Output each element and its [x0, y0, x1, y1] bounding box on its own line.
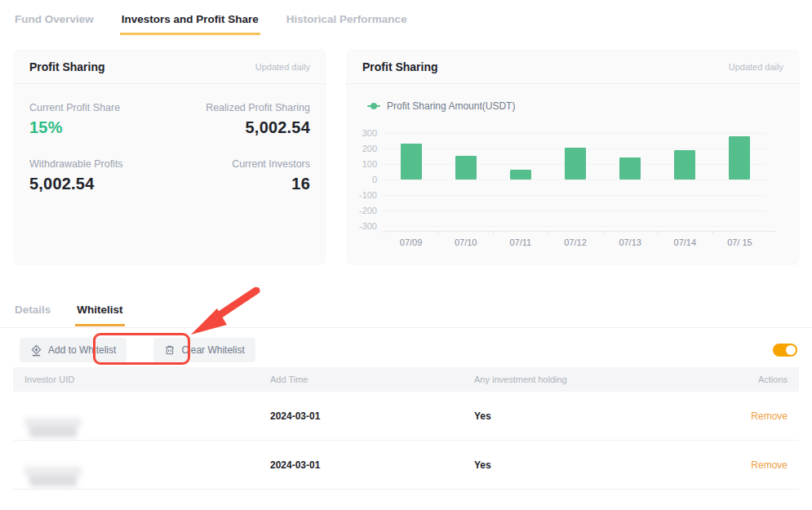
chart-plot-area: 3002001000-100-200-30007/0907/1007/1107/…: [353, 133, 777, 255]
summary-stats: Current Profit Share 15% Realized Profit…: [13, 84, 326, 211]
clear-whitelist-label: Clear Whitelist: [181, 344, 244, 356]
x-axis-tick-label: 07/12: [551, 237, 600, 247]
profit-sharing-bar-chart: Profit Sharing Amount(USDT) 3002001000-1…: [346, 88, 800, 265]
y-axis-tick-label: -100: [353, 190, 377, 200]
section-tabs: Details Whitelist: [13, 300, 125, 326]
y-axis-tick-label: -200: [353, 206, 377, 215]
bar-0713[interactable]: [619, 157, 641, 180]
x-axis-tick-label: 07/13: [606, 237, 654, 247]
x-axis-tick-label: 07/11: [496, 237, 545, 247]
stat-current-investors: Current Investors 16: [174, 158, 310, 193]
summary-card-title: Profit Sharing: [29, 60, 105, 73]
tab-details[interactable]: Details: [13, 300, 52, 326]
y-axis-tick-label: 200: [353, 144, 377, 153]
x-axis-tick-mark: [493, 231, 494, 234]
clear-whitelist-button[interactable]: Clear Whitelist: [153, 338, 255, 362]
bar-0710[interactable]: [455, 156, 477, 180]
stat-label: Realized Profit Sharing: [174, 102, 310, 113]
page-tabs: Fund Overview Investors and Profit Share…: [13, 7, 409, 35]
x-axis-tick-label: 07/ 15: [715, 237, 764, 247]
x-axis-tick-mark: [384, 231, 384, 234]
add-to-whitelist-icon: [30, 344, 42, 357]
x-axis-tick-mark: [438, 231, 439, 234]
summary-card-updated-badge: Updated daily: [255, 62, 310, 72]
x-axis-tick-label: 07/14: [660, 237, 709, 247]
table-row: 2024-03-01 Yes Remove: [13, 441, 799, 490]
whitelist-toolbar: Add to Whitelist Clear Whitelist: [20, 337, 797, 363]
tab-fund-overview[interactable]: Fund Overview: [13, 7, 95, 35]
whitelist-table: Investor UID Add Time Any investment hol…: [13, 367, 799, 490]
legend-series-label: Profit Sharing Amount(USDT): [387, 100, 515, 112]
profit-sharing-chart-card: Profit Sharing Updated daily Profit Shar…: [346, 49, 800, 265]
chart-card-title: Profit Sharing: [362, 60, 438, 73]
stat-withdrawable-profits: Withdrawable Profits 5,002.54: [29, 158, 166, 193]
chart-card-header: Profit Sharing Updated daily: [346, 49, 800, 84]
add-time-cell: 2024-03-01: [270, 459, 474, 471]
add-time-cell: 2024-03-01: [270, 410, 474, 422]
chart-card-updated-badge: Updated daily: [729, 62, 783, 72]
holding-cell: Yes: [474, 410, 703, 422]
profit-sharing-summary-card: Profit Sharing Updated daily Current Pro…: [13, 49, 326, 265]
y-axis-tick-label: 100: [353, 159, 377, 169]
annotation-arrow-icon: [181, 287, 263, 338]
remove-link[interactable]: Remove: [751, 459, 788, 471]
stat-current-profit-share: Current Profit Share 15%: [29, 102, 166, 137]
x-axis-tick-label: 07/10: [441, 237, 490, 247]
y-axis-tick-label: -300: [353, 221, 377, 231]
header-investor-uid: Investor UID: [24, 375, 270, 384]
trash-icon: [164, 344, 175, 356]
tab-investors-profit-share[interactable]: Investors and Profit Share: [120, 7, 260, 35]
x-axis-tick-mark: [712, 231, 713, 234]
gridline: [384, 180, 767, 180]
stat-label: Current Investors: [174, 158, 310, 170]
toggle-knob: [786, 345, 796, 355]
whitelist-toggle-switch[interactable]: [773, 344, 797, 357]
legend-series-marker-icon: [367, 103, 380, 109]
remove-link[interactable]: Remove: [751, 410, 788, 422]
stat-label: Current Profit Share: [29, 102, 166, 113]
gridline: [384, 195, 767, 196]
header-actions: Actions: [703, 375, 788, 384]
header-add-time: Add Time: [270, 375, 474, 384]
x-axis-tick-mark: [658, 231, 659, 234]
bar-0715[interactable]: [729, 136, 750, 180]
holding-cell: Yes: [474, 459, 703, 471]
add-to-whitelist-label: Add to Whitelist: [48, 344, 116, 356]
gridline: [384, 211, 767, 211]
bar-0711[interactable]: [510, 170, 531, 180]
gridline: [384, 226, 767, 227]
stat-realized-profit-sharing: Realized Profit Sharing 5,002.54: [174, 102, 310, 137]
bar-0712[interactable]: [565, 148, 586, 180]
chart-legend[interactable]: Profit Sharing Amount(USDT): [367, 100, 515, 112]
tab-whitelist[interactable]: Whitelist: [75, 300, 124, 326]
bar-0714[interactable]: [674, 150, 695, 180]
tab-historical-performance[interactable]: Historical Performance: [285, 7, 409, 35]
stat-value: 15%: [29, 118, 166, 137]
stat-value: 5,002.54: [174, 118, 310, 137]
stat-value: 5,002.54: [29, 175, 166, 193]
y-axis-tick-label: 0: [353, 175, 377, 184]
fund-management-page: Fund Overview Investors and Profit Share…: [0, 0, 812, 510]
add-to-whitelist-button[interactable]: Add to Whitelist: [20, 338, 126, 362]
x-axis-line: [384, 231, 777, 232]
table-row: 2024-03-01 Yes Remove: [13, 392, 799, 441]
table-header-row: Investor UID Add Time Any investment hol…: [13, 367, 799, 392]
summary-card-header: Profit Sharing Updated daily: [13, 49, 326, 84]
x-axis-tick-mark: [548, 231, 548, 234]
stat-label: Withdrawable Profits: [29, 158, 166, 170]
gridline: [384, 133, 767, 134]
x-axis-tick-mark: [603, 231, 604, 234]
y-axis-tick-label: 300: [353, 128, 377, 138]
bar-0709[interactable]: [401, 144, 422, 180]
x-axis-tick-label: 07/09: [387, 237, 436, 247]
section-divider: [0, 327, 812, 328]
stat-value: 16: [174, 175, 310, 193]
header-any-investment-holding: Any investment holding: [474, 375, 703, 384]
